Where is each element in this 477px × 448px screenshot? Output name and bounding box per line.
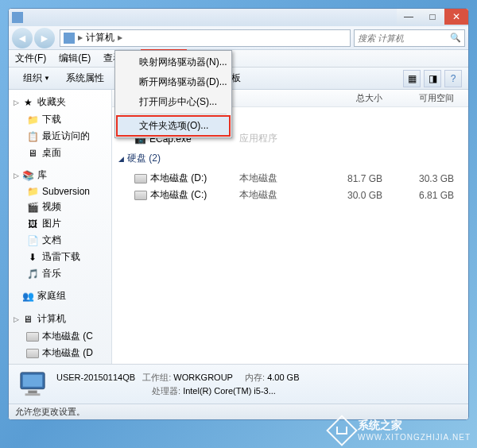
- window-icon: [12, 12, 23, 23]
- address-bar[interactable]: ▶ 计算机 ▶: [60, 29, 351, 47]
- breadcrumb-sep: ▶: [78, 34, 83, 41]
- menu-folder-options[interactable]: 文件夹选项(O)...: [117, 116, 230, 136]
- folder-icon: 📁: [26, 186, 39, 197]
- drive-icon: [26, 349, 39, 358]
- minimize-button[interactable]: —: [397, 9, 421, 25]
- recent-icon: 📋: [26, 131, 39, 142]
- status-text: 允许您更改设置。: [15, 406, 85, 418]
- star-icon: ★: [21, 97, 34, 108]
- menubar: 文件(F) 编辑(E) 查看(V) 工具(T) 帮助(H) 映射网络驱动器(N)…: [9, 50, 468, 68]
- sidebar-item-drive-d[interactable]: 本地磁盘 (D: [9, 345, 111, 361]
- menu-sync-center[interactable]: 打开同步中心(S)...: [117, 92, 230, 112]
- sidebar-item-drive-c[interactable]: 本地磁盘 (C: [9, 328, 111, 345]
- help-button[interactable]: ?: [444, 70, 462, 87]
- list-item-drive-d[interactable]: 本地磁盘 (D:) 本地磁盘 81.7 GB 30.3 GB: [112, 170, 468, 187]
- list-item-drive-c[interactable]: 本地磁盘 (C:) 本地磁盘 30.0 GB 6.81 GB: [112, 187, 468, 203]
- computer-large-icon: [17, 369, 48, 400]
- titlebar[interactable]: — □ ✕: [9, 9, 468, 26]
- search-icon[interactable]: 🔍: [450, 33, 461, 43]
- drive-icon: [134, 191, 147, 200]
- svg-rect-3: [25, 393, 41, 396]
- watermark: 系统之家 WWW.XITONGZHIJIA.NET: [331, 419, 471, 442]
- sidebar-item-downloads[interactable]: 📁下载: [9, 111, 111, 128]
- drive-icon: [26, 332, 39, 342]
- menu-disconnect-drive[interactable]: 断开网络驱动器(D)...: [117, 72, 230, 92]
- sysprops-button[interactable]: 系统属性: [58, 70, 112, 87]
- sidebar-item-documents[interactable]: 📄文档: [9, 232, 111, 249]
- music-icon: 🎵: [26, 268, 39, 280]
- menu-file[interactable]: 文件(F): [9, 50, 52, 67]
- video-icon: 🎬: [26, 202, 39, 213]
- breadcrumb-item[interactable]: 计算机: [86, 31, 114, 44]
- window-controls: — □ ✕: [397, 9, 468, 25]
- watermark-icon: [326, 415, 358, 446]
- sidebar-item-recent[interactable]: 📋最近访问的: [9, 128, 111, 145]
- col-free[interactable]: 可用空间: [398, 92, 462, 104]
- sidebar-item-pictures[interactable]: 🖼图片: [9, 215, 111, 232]
- sidebar-item-subversion[interactable]: 📁Subversion: [9, 184, 111, 199]
- preview-pane-button[interactable]: ◨: [424, 70, 441, 87]
- pc-name: USER-20150114QB: [56, 373, 135, 382]
- body-area: ▷★收藏夹 📁下载 📋最近访问的 🖥桌面 ▷📚库 📁Subversion 🎬视频…: [9, 90, 468, 364]
- navigation-row: ◄ ► ▶ 计算机 ▶ 🔍: [9, 26, 468, 50]
- svg-rect-2: [28, 390, 37, 393]
- library-icon: 📚: [21, 170, 34, 181]
- toolbar: 组织▼ 系统属性 打开控制面板 ▦ ◨ ?: [9, 68, 468, 90]
- watermark-url: WWW.XITONGZHIJIA.NET: [358, 433, 471, 442]
- folder-icon: 📁: [26, 114, 39, 126]
- sidebar-item-music[interactable]: 🎵音乐: [9, 265, 111, 282]
- col-total[interactable]: 总大小: [319, 92, 398, 104]
- document-icon: 📄: [26, 235, 39, 246]
- menu-map-drive[interactable]: 映射网络驱动器(N)...: [117, 52, 230, 72]
- drive-icon: [134, 174, 147, 183]
- sidebar-item-desktop[interactable]: 🖥桌面: [9, 145, 111, 161]
- svg-rect-1: [23, 374, 43, 386]
- details-text: USER-20150114QB 工作组: WORKGROUP 内存: 4.00 …: [56, 371, 299, 397]
- details-pane: USER-20150114QB 工作组: WORKGROUP 内存: 4.00 …: [9, 364, 468, 404]
- download-icon: ⬇: [26, 252, 39, 263]
- breadcrumb-sep2[interactable]: ▶: [118, 34, 122, 41]
- picture-icon: 🖼: [26, 218, 39, 230]
- sidebar-homegroup[interactable]: 👥家庭组: [9, 287, 111, 305]
- explorer-window: — □ ✕ ◄ ► ▶ 计算机 ▶ 🔍 文件(F) 编辑(E) 查看(V) 工具…: [8, 8, 469, 420]
- back-button[interactable]: ◄: [12, 28, 33, 48]
- close-button[interactable]: ✕: [444, 9, 468, 25]
- sidebar-item-videos[interactable]: 🎬视频: [9, 199, 111, 215]
- sidebar-libraries[interactable]: ▷📚库: [9, 166, 111, 184]
- search-box[interactable]: 🔍: [354, 29, 465, 47]
- computer-icon: 🖥: [21, 314, 34, 325]
- watermark-brand: 系统之家: [358, 419, 471, 433]
- computer-icon: [64, 33, 75, 44]
- group-drives[interactable]: ◢ 硬盘 (2): [112, 147, 468, 170]
- forward-button[interactable]: ►: [34, 28, 55, 48]
- homegroup-icon: 👥: [21, 291, 34, 302]
- organize-button[interactable]: 组织▼: [15, 70, 58, 87]
- sidebar-favorites[interactable]: ▷★收藏夹: [9, 93, 111, 111]
- maximize-button[interactable]: □: [421, 9, 444, 25]
- menu-edit[interactable]: 编辑(E): [52, 50, 97, 67]
- sidebar-item-xunlei[interactable]: ⬇迅雷下载: [9, 249, 111, 265]
- navigation-pane[interactable]: ▷★收藏夹 📁下载 📋最近访问的 🖥桌面 ▷📚库 📁Subversion 🎬视频…: [9, 90, 112, 364]
- menu-separator: [120, 114, 227, 114]
- tools-dropdown: 映射网络驱动器(N)... 断开网络驱动器(D)... 打开同步中心(S)...…: [114, 50, 232, 138]
- desktop-icon: 🖥: [26, 148, 39, 159]
- search-input[interactable]: [358, 33, 450, 43]
- sidebar-computer[interactable]: ▷🖥计算机: [9, 310, 111, 328]
- view-mode-button[interactable]: ▦: [403, 70, 421, 87]
- statusbar: 允许您更改设置。: [9, 404, 468, 419]
